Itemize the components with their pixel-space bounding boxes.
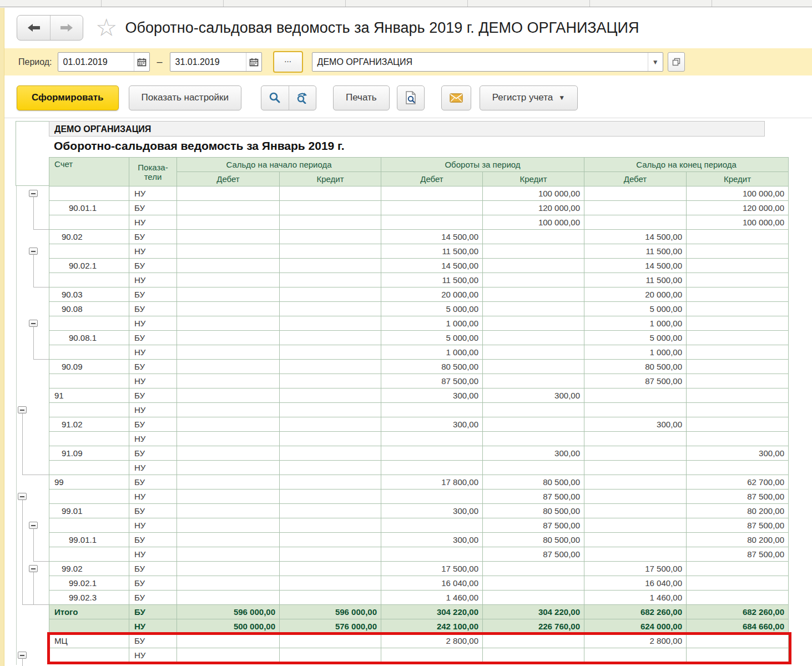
cell-indicator[interactable]: НУ bbox=[129, 273, 177, 287]
date-to-input[interactable] bbox=[170, 53, 246, 70]
cell-value[interactable] bbox=[177, 287, 280, 302]
cell-value[interactable]: 500 000,00 bbox=[177, 619, 280, 634]
cell-value[interactable] bbox=[483, 461, 584, 475]
cell-account[interactable] bbox=[49, 461, 129, 475]
cell-value[interactable] bbox=[177, 533, 280, 547]
cell-indicator[interactable]: БУ bbox=[129, 605, 177, 619]
cell-value[interactable] bbox=[177, 215, 280, 230]
cell-value[interactable]: 80 500,00 bbox=[483, 475, 584, 490]
chevron-down-icon[interactable]: ▼ bbox=[648, 53, 663, 71]
cell-value[interactable]: 1 000,00 bbox=[381, 316, 483, 331]
cell-value[interactable] bbox=[584, 518, 687, 533]
calendar-icon[interactable] bbox=[246, 53, 261, 71]
cell-value[interactable]: 100 000,00 bbox=[687, 186, 789, 201]
cell-account[interactable]: 91 bbox=[49, 389, 129, 403]
cell-value[interactable] bbox=[483, 562, 584, 576]
print-preview-button[interactable] bbox=[397, 85, 425, 110]
cell-value[interactable] bbox=[584, 490, 687, 504]
cell-value[interactable] bbox=[483, 331, 584, 345]
cell-value[interactable] bbox=[483, 259, 584, 273]
cell-indicator[interactable]: БУ bbox=[129, 576, 177, 591]
cell-value[interactable] bbox=[687, 244, 789, 259]
cell-account[interactable]: 99.02.3 bbox=[49, 591, 129, 605]
cell-value[interactable] bbox=[483, 576, 584, 591]
cell-value[interactable] bbox=[280, 374, 381, 389]
cell-value[interactable]: 11 500,00 bbox=[584, 273, 687, 287]
cell-value[interactable] bbox=[177, 273, 280, 287]
cell-value[interactable] bbox=[177, 244, 280, 259]
cell-value[interactable] bbox=[584, 547, 687, 562]
cell-value[interactable] bbox=[280, 302, 381, 316]
cell-account[interactable]: 99.02.1 bbox=[49, 576, 129, 591]
cell-value[interactable]: 20 000,00 bbox=[381, 287, 483, 302]
cell-value[interactable]: 62 700,00 bbox=[687, 475, 789, 490]
cell-value[interactable] bbox=[687, 591, 789, 605]
cell-value[interactable] bbox=[280, 273, 381, 287]
cell-value[interactable] bbox=[177, 446, 280, 461]
cell-value[interactable] bbox=[483, 403, 584, 417]
cell-value[interactable]: 17 500,00 bbox=[381, 562, 483, 576]
cell-account[interactable] bbox=[49, 518, 129, 533]
cell-indicator[interactable]: БУ bbox=[129, 533, 177, 547]
cell-value[interactable] bbox=[483, 417, 584, 432]
back-button[interactable] bbox=[17, 16, 50, 40]
cell-value[interactable] bbox=[177, 302, 280, 316]
collapse-minus-icon[interactable] bbox=[29, 190, 38, 197]
cell-value[interactable] bbox=[177, 230, 280, 244]
cell-account[interactable] bbox=[49, 547, 129, 562]
cell-value[interactable] bbox=[381, 186, 483, 201]
collapse-minus-icon[interactable] bbox=[29, 320, 38, 327]
header-opening-balance[interactable]: Сальдо на начало периода bbox=[177, 158, 381, 172]
cell-value[interactable] bbox=[280, 504, 381, 518]
generate-button[interactable]: Сформировать bbox=[17, 85, 119, 110]
cell-value[interactable] bbox=[280, 287, 381, 302]
cell-value[interactable] bbox=[177, 316, 280, 331]
cell-value[interactable] bbox=[584, 201, 687, 215]
report-org-title[interactable]: ДЕМО ОРГАНИЗАЦИЯ bbox=[49, 121, 765, 137]
cell-value[interactable] bbox=[483, 302, 584, 316]
cell-value[interactable] bbox=[687, 345, 789, 360]
search-next-button[interactable] bbox=[289, 86, 316, 110]
cell-value[interactable] bbox=[177, 432, 280, 446]
cell-indicator[interactable]: НУ bbox=[129, 547, 177, 562]
cell-value[interactable] bbox=[483, 230, 584, 244]
cell-indicator[interactable]: БУ bbox=[129, 331, 177, 345]
cell-value[interactable] bbox=[687, 273, 789, 287]
cell-indicator[interactable]: НУ bbox=[129, 432, 177, 446]
cell-account[interactable] bbox=[49, 490, 129, 504]
cell-value[interactable]: 1 000,00 bbox=[584, 345, 687, 360]
cell-value[interactable]: 300,00 bbox=[687, 446, 789, 461]
cell-account[interactable]: 99 bbox=[49, 475, 129, 490]
cell-value[interactable]: 5 000,00 bbox=[381, 302, 483, 316]
cell-value[interactable]: 14 500,00 bbox=[584, 259, 687, 273]
cell-value[interactable]: 14 500,00 bbox=[381, 259, 483, 273]
cell-value[interactable] bbox=[177, 403, 280, 417]
cell-value[interactable] bbox=[280, 244, 381, 259]
cell-value[interactable]: 682 260,00 bbox=[584, 605, 687, 619]
cell-value[interactable] bbox=[584, 389, 687, 403]
collapse-minus-icon[interactable] bbox=[18, 652, 27, 659]
cell-value[interactable]: 87 500,00 bbox=[687, 547, 789, 562]
cell-value[interactable] bbox=[177, 201, 280, 215]
cell-value[interactable] bbox=[687, 259, 789, 273]
cell-account[interactable] bbox=[49, 316, 129, 331]
cell-value[interactable]: 16 040,00 bbox=[381, 576, 483, 591]
cell-value[interactable]: 80 200,00 bbox=[687, 533, 789, 547]
cell-value[interactable]: 596 000,00 bbox=[177, 605, 280, 619]
cell-value[interactable] bbox=[280, 417, 381, 432]
cell-value[interactable] bbox=[177, 576, 280, 591]
cell-indicator[interactable]: НУ bbox=[129, 461, 177, 475]
cell-value[interactable]: 576 000,00 bbox=[280, 619, 381, 634]
cell-value[interactable] bbox=[280, 186, 381, 201]
cell-value[interactable] bbox=[584, 461, 687, 475]
cell-account[interactable] bbox=[49, 186, 129, 201]
forward-button[interactable] bbox=[50, 16, 83, 40]
cell-value[interactable] bbox=[280, 215, 381, 230]
more-options-button[interactable]: ... bbox=[273, 51, 303, 73]
favorite-star-icon[interactable]: ☆ bbox=[95, 16, 117, 40]
choose-from-list-button[interactable] bbox=[668, 52, 685, 72]
cell-value[interactable] bbox=[280, 201, 381, 215]
cell-account[interactable]: 90.02 bbox=[49, 230, 129, 244]
header-debit[interactable]: Дебет bbox=[381, 172, 483, 186]
cell-value[interactable] bbox=[687, 287, 789, 302]
